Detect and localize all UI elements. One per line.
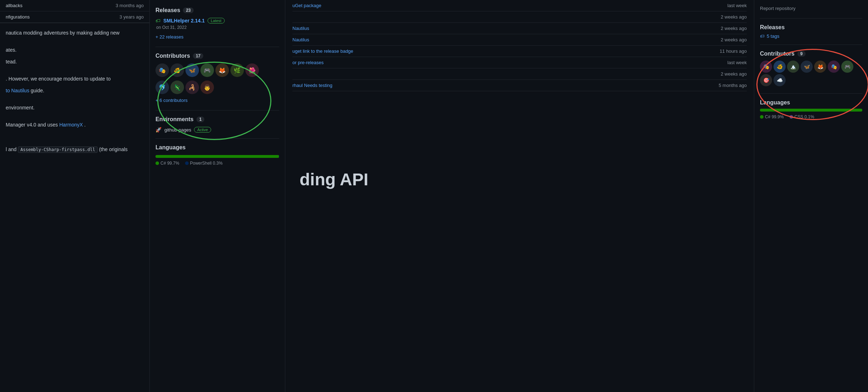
right-languages-section: Languages C# 99.9% CSS 0.1% (760, 99, 862, 119)
contributors-section: Contributors 17 🎭 🐠 🦋 🎮 🦊 🌿 🌺 🐬 🦎 🦂 👨 + … (155, 53, 279, 103)
report-repository-link[interactable]: Report repository (760, 6, 862, 11)
activity-list: uGet package last week 2 weeks ago Nauti… (292, 0, 747, 91)
intro-text: nautica modding adventures by making add… (6, 29, 144, 40)
lang-item-csharp: C# 99.7% (155, 161, 179, 166)
right-language-bar (760, 109, 862, 112)
releases-label: Releases (155, 7, 180, 14)
right-contributors-header: Contributors 9 (760, 51, 862, 57)
left-main-content: nautica modding adventures by making add… (0, 23, 149, 159)
right-csharp-name: C# (765, 114, 770, 119)
big-heading: ding API (292, 163, 747, 196)
language-labels: C# 99.7% PowerShell 0.3% (155, 161, 279, 166)
text6: Manager v4.0 and uses HarmonyX . (6, 121, 144, 132)
activity-time-6: 2 weeks ago (721, 71, 747, 77)
active-badge: Active (194, 127, 211, 133)
activity-name-2[interactable]: Nautilus (292, 26, 309, 31)
more-releases-link[interactable]: + 22 releases (155, 34, 279, 40)
languages-label: Languages (155, 144, 185, 151)
file-item[interactable]: nfigurations 3 years ago (0, 11, 149, 23)
contributors-header: Contributors 17 (155, 53, 279, 59)
right-csharp-dot (760, 115, 764, 119)
right-avatar-6[interactable]: 🎭 (828, 61, 840, 73)
text1: ates. (6, 46, 144, 57)
contributor-avatar-6[interactable]: 🌿 (230, 63, 244, 77)
activity-name-3[interactable]: Nautilus (292, 37, 309, 42)
environments-badge: 1 (196, 117, 205, 122)
right-avatar-2[interactable]: 🐠 (773, 61, 786, 73)
right-css-dot (790, 115, 793, 119)
contributor-avatar-9[interactable]: 🦎 (170, 81, 184, 94)
right-avatar-4[interactable]: 🦋 (801, 61, 813, 73)
contributor-avatar-11[interactable]: 👨 (200, 81, 214, 94)
file-list: allbacks 3 months ago nfigurations 3 yea… (0, 0, 149, 23)
right-avatar-9[interactable]: ☁️ (773, 74, 786, 86)
languages-header: Languages (155, 144, 279, 151)
right-releases-header: Releases (760, 24, 862, 31)
activity-item-4: uget link to the release badge 11 hours … (292, 46, 747, 57)
tags-link[interactable]: 5 tags (767, 33, 779, 39)
env-name[interactable]: github-pages (164, 127, 191, 133)
center-panel: uGet package last week 2 weeks ago Nauti… (285, 0, 754, 392)
right-csharp-percent: 99.9% (772, 114, 784, 119)
csharp-dot (155, 161, 159, 165)
activity-time-2: 2 weeks ago (721, 26, 747, 31)
contributor-avatar-5[interactable]: 🦊 (215, 63, 229, 77)
right-contributors-label: Contributors (760, 51, 795, 57)
file-name: nfigurations (6, 14, 30, 20)
environments-section: Environments 1 🚀 github-pages Active (155, 116, 279, 133)
activity-item-1: 2 weeks ago (292, 11, 747, 23)
contributor-avatar-2[interactable]: 🐠 (170, 63, 184, 77)
lang-ps-percent: 0.3% (213, 161, 223, 166)
release-name[interactable]: SMLHelper 2.14.1 (163, 18, 205, 24)
nautilus-link[interactable]: to Nautilus (6, 88, 29, 93)
activity-name-5[interactable]: or pre-releases (292, 60, 323, 65)
activity-name-7[interactable]: rhaul Needs testing (292, 83, 332, 88)
right-avatar-8[interactable]: 🎯 (760, 74, 772, 86)
file-item[interactable]: allbacks 3 months ago (0, 0, 149, 11)
file-time: 3 years ago (119, 14, 144, 20)
divider (155, 47, 279, 47)
ps-bar-segment (279, 155, 279, 158)
contributor-avatar-4[interactable]: 🎮 (200, 63, 214, 77)
file-time: 3 months ago (116, 3, 144, 8)
right-divider-3 (760, 93, 862, 94)
right-contributors-badge: 9 (797, 51, 806, 57)
activity-time-3: 2 weeks ago (721, 37, 747, 42)
language-bar (155, 155, 279, 158)
activity-time-1: 2 weeks ago (721, 14, 747, 20)
contributor-avatar-3[interactable]: 🦋 (185, 63, 199, 77)
right-avatar-1[interactable]: 🎭 (760, 61, 772, 73)
rocket-icon: 🚀 (155, 127, 162, 133)
contributor-avatar-8[interactable]: 🐬 (155, 81, 169, 94)
activity-item-6: 2 weeks ago (292, 68, 747, 80)
right-divider-1 (760, 18, 862, 19)
lang-csharp-name: C# (160, 161, 166, 166)
release-item: 🏷 SMLHelper 2.14.1 Latest (155, 18, 279, 24)
right-language-labels: C# 99.9% CSS 0.1% (760, 114, 862, 119)
contributor-avatar-1[interactable]: 🎭 (155, 63, 169, 77)
right-avatar-3[interactable]: 🏔️ (787, 61, 799, 73)
right-lang-css: CSS 0.1% (790, 114, 814, 119)
right-avatar-7[interactable]: 🎮 (841, 61, 853, 73)
releases-badge: 23 (183, 7, 193, 13)
activity-item-5: or pre-releases last week (292, 57, 747, 68)
text2: tead. (6, 58, 144, 69)
right-avatar-grid-row2: 🎯 ☁️ (760, 74, 862, 86)
right-avatar-5[interactable]: 🦊 (814, 61, 826, 73)
activity-name-0[interactable]: uGet package (292, 3, 321, 8)
activity-time-5: last week (727, 60, 747, 65)
activity-item-3: Nautilus 2 weeks ago (292, 34, 747, 46)
more-contributors-link[interactable]: + 6 contributors (155, 98, 279, 103)
code-snippet: Assembly-CSharp-firstpass.dll (18, 146, 98, 153)
harmonyx-link[interactable]: HarmonyX (59, 122, 83, 128)
lang-ps-name: PowerShell (190, 161, 212, 166)
activity-name-4[interactable]: uget link to the release badge (292, 48, 353, 54)
right-css-name: CSS (795, 114, 803, 119)
contributor-avatar-7[interactable]: 🌺 (245, 63, 259, 77)
right-contributors-section: Contributors 9 🎭 🐠 🏔️ 🦋 🦊 🎭 🎮 🎯 ☁️ (760, 51, 862, 86)
contributor-avatar-10[interactable]: 🦂 (185, 81, 199, 94)
latest-badge: Latest (208, 18, 225, 24)
contributors-label: Contributors (155, 53, 190, 59)
right-css-percent: 0.1% (805, 114, 814, 119)
environments-header: Environments 1 (155, 116, 279, 123)
